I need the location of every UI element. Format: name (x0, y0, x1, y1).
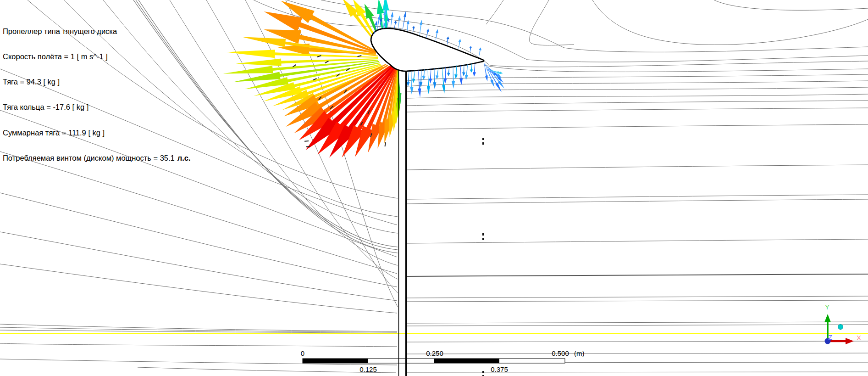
blue-surface-vector (426, 28, 429, 38)
streamline (407, 322, 868, 323)
blue-surface-vector (412, 26, 415, 33)
blue-surface-vector (465, 64, 468, 80)
blue-surface-vector (473, 63, 476, 77)
streamline (407, 353, 868, 354)
small-vector-tick (304, 140, 309, 142)
streamline (407, 239, 868, 243)
annotation-block: Пропеллер типа тянущего диска Скорость п… (3, 10, 191, 179)
ruler-label-0375: 0.375 (491, 365, 508, 373)
streamline (407, 341, 868, 342)
blue-surface-vector (452, 66, 455, 89)
blue-surface-vector (407, 71, 410, 87)
streamline (0, 343, 397, 347)
streamline (407, 108, 868, 112)
annotation-ring-thrust: Тяга кольца = -17.6 [ kg ] (3, 103, 191, 111)
ruler-label-0: 0 (301, 349, 304, 357)
blue-surface-vector (459, 65, 463, 85)
ruler-label-0125: 0.125 (359, 365, 377, 373)
triad-z-ball (838, 325, 843, 330)
streamline (530, 0, 574, 45)
streamline (407, 274, 868, 276)
wake-dot-mark (482, 233, 484, 236)
streamline (407, 81, 868, 86)
small-vector-tick (384, 142, 386, 146)
blue-surface-vector (469, 46, 472, 52)
streamline (407, 124, 868, 129)
ruler-label-unit: (m) (574, 349, 585, 357)
blue-surface-vector (410, 71, 414, 95)
streamline (0, 264, 397, 313)
streamline (592, 0, 868, 45)
streamline (714, 0, 868, 10)
blue-surface-vector (403, 11, 406, 30)
streamline (407, 296, 868, 298)
ruler-label-0250: 0.250 (426, 349, 443, 357)
triad-z-label: Z (828, 333, 832, 341)
streamline (407, 372, 868, 372)
annotation-thrust: Тяга = 94.3 [ kg ] (3, 78, 191, 86)
blue-surface-vector (433, 68, 437, 89)
triad-y-label: Y (825, 303, 829, 311)
wake-dot-mark (482, 142, 484, 145)
scale-ruler-segment (434, 359, 499, 363)
blue-surface-vector (447, 36, 449, 45)
streamline (138, 367, 396, 373)
annotation-title: Пропеллер типа тянущего диска (3, 27, 191, 35)
streamline (407, 94, 868, 98)
blue-surface-vector (420, 69, 423, 88)
triad-x-label: X (857, 334, 861, 342)
wake-dot-mark (482, 138, 484, 140)
ruler-label-0500: 0.500 (552, 349, 569, 357)
wake-dot-mark (482, 371, 484, 373)
streamline (206, 0, 398, 279)
blue-surface-vector (427, 69, 430, 94)
streamline (407, 325, 868, 326)
triad-y-axis-head (824, 314, 831, 322)
streamline (486, 0, 503, 24)
cfd-viewport[interactable]: Пропеллер типа тянущего диска Скорость п… (0, 0, 868, 376)
streamline (0, 193, 397, 287)
wake-dot-mark (482, 238, 484, 240)
streamline (484, 65, 868, 72)
annotation-power: Потребляемая винтом (диском) мощность = … (3, 154, 191, 162)
streamline (407, 199, 868, 204)
streamline (407, 300, 868, 302)
streamline (407, 165, 868, 170)
blue-surface-vector (429, 68, 432, 84)
triad-x-axis-head (846, 338, 854, 344)
blue-surface-vector (394, 20, 397, 28)
blue-surface-vector (398, 15, 401, 29)
streamline (407, 101, 868, 106)
power-unit-label: л.с. (175, 154, 191, 162)
blue-surface-vector (412, 70, 415, 83)
blue-surface-vector (479, 47, 481, 56)
streamline (407, 195, 868, 199)
annotation-flight-speed: Скорость полёта = 1 [ m s^-1 ] (3, 52, 191, 61)
annotation-total-thrust: Суммарная тяга = 111.9 [ kg ] (3, 129, 191, 137)
streamline (407, 87, 868, 92)
blue-surface-vector (444, 67, 447, 84)
blue-surface-vector (436, 29, 438, 41)
streamline (407, 74, 868, 81)
scale-ruler-segment (303, 359, 368, 363)
blue-wake-vector (487, 66, 504, 89)
